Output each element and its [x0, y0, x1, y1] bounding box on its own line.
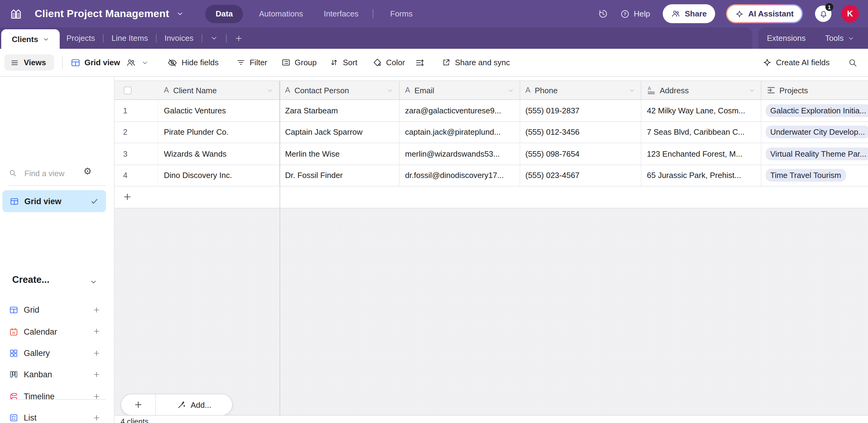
frozen-column-divider[interactable] — [279, 81, 280, 415]
chevron-down-icon[interactable] — [267, 87, 274, 94]
cell-projects[interactable]: Galactic Exploration Initia... — [761, 100, 868, 121]
cell-email[interactable]: zara@galacticventurese9... — [400, 100, 520, 121]
chevron-down-icon[interactable] — [748, 87, 755, 94]
gear-icon[interactable]: ⚙ — [84, 167, 92, 176]
find-a-view-input[interactable]: Find a view — [8, 166, 65, 180]
cell-address[interactable]: 7 Seas Blvd, Caribbean C... — [642, 122, 761, 143]
ai-assistant-button[interactable]: AI Assistant — [726, 4, 803, 23]
table-tab-clients[interactable]: Clients — [1, 29, 60, 49]
cell-projects[interactable]: Time Travel Tourism — [761, 165, 868, 186]
cell-client-name[interactable]: Dino Discovery Inc. — [158, 165, 280, 186]
column-header-contact-person[interactable]: A Contact Person — [280, 81, 400, 99]
cell-email[interactable]: dr.fossil@dinodiscovery17... — [400, 165, 520, 186]
sidebar-item-grid[interactable]: Grid — [0, 299, 114, 321]
table-tab-line-items[interactable]: Line Items — [112, 33, 148, 43]
avatar[interactable]: K — [841, 5, 859, 23]
notifications-button[interactable]: 1 — [815, 5, 832, 22]
cell-email[interactable]: merlin@wizardswands53... — [400, 143, 520, 164]
extensions-button[interactable]: Extensions — [767, 33, 806, 43]
row-height-button[interactable] — [415, 58, 425, 67]
plus-icon[interactable] — [93, 306, 100, 314]
linked-record-pill[interactable]: Underwater City Develop... — [765, 126, 868, 139]
sidebar-divider — [8, 185, 106, 186]
views-button[interactable]: Views — [4, 54, 54, 71]
base-title-chevron-down-icon[interactable] — [176, 10, 184, 18]
cell-contact-person[interactable]: Captain Jack Sparrow — [280, 122, 400, 143]
create-ai-fields-button[interactable]: Create AI fields — [763, 58, 830, 67]
sidebar-item-list[interactable]: List — [0, 407, 114, 423]
cell-projects[interactable]: Virtual Reality Theme Par... — [761, 143, 868, 164]
tools-button[interactable]: Tools — [825, 33, 855, 43]
cell-contact-person[interactable]: Dr. Fossil Finder — [280, 165, 400, 186]
sort-button[interactable]: Sort — [330, 58, 358, 67]
chevron-down-icon[interactable] — [90, 278, 97, 286]
sidebar-item-kanban[interactable]: Kanban — [0, 364, 114, 386]
cell-phone[interactable]: (555) 019-2837 — [520, 100, 642, 121]
column-header-projects[interactable]: Projects — [761, 81, 868, 99]
plus-icon[interactable] — [93, 370, 100, 379]
table-tab-projects[interactable]: Projects — [66, 33, 95, 43]
sidebar-item-calendar[interactable]: 31 Calendar — [0, 321, 114, 342]
select-all-checkbox[interactable] — [124, 86, 131, 94]
top-bar: Client Project Management Data Automatio… — [0, 0, 868, 27]
cell-client-name[interactable]: Pirate Plunder Co. — [158, 122, 280, 143]
plus-icon[interactable] — [93, 414, 100, 422]
row-number[interactable]: 2 — [115, 122, 158, 143]
cell-contact-person[interactable]: Merlin the Wise — [280, 143, 400, 164]
linked-record-pill[interactable]: Virtual Reality Theme Par... — [765, 148, 868, 160]
bell-icon — [818, 9, 828, 19]
cell-phone[interactable]: (555) 012-3456 — [520, 122, 642, 143]
sidebar-item-grid-view[interactable]: Grid view — [2, 190, 106, 212]
chevron-down-icon[interactable] — [629, 87, 635, 94]
share-and-sync-button[interactable]: Share and sync — [442, 58, 510, 67]
quick-add-record-button[interactable] — [121, 394, 155, 415]
linked-record-pill[interactable]: Time Travel Tourism — [765, 169, 846, 182]
share-button[interactable]: Share — [663, 4, 715, 23]
cell-client-name[interactable]: Galactic Ventures — [158, 100, 280, 121]
cell-address[interactable]: 123 Enchanted Forest, M... — [642, 143, 761, 164]
table-list-chevron-down-icon[interactable] — [210, 34, 218, 42]
chevron-down-icon[interactable] — [387, 87, 394, 94]
cell-contact-person[interactable]: Zara Starbeam — [280, 100, 400, 121]
chevron-down-icon[interactable] — [507, 87, 514, 94]
base-title[interactable]: Client Project Management — [35, 8, 169, 20]
sidebar-item-gallery[interactable]: Gallery — [0, 342, 114, 364]
tab-interfaces[interactable]: Interfaces — [324, 9, 359, 18]
tab-automations[interactable]: Automations — [259, 9, 303, 18]
row-number[interactable]: 1 — [115, 100, 158, 121]
hide-fields-button[interactable]: Hide fields — [167, 58, 218, 67]
plus-icon[interactable] — [93, 328, 100, 336]
column-header-address[interactable]: A Address — [642, 81, 761, 99]
cell-phone[interactable]: (555) 098-7654 — [520, 143, 642, 164]
cell-address[interactable]: 65 Jurassic Park, Prehist... — [642, 165, 761, 186]
history-icon[interactable] — [598, 8, 608, 19]
cell-phone[interactable]: (555) 023-4567 — [520, 165, 642, 186]
view-switcher[interactable]: Grid view — [70, 58, 149, 67]
column-header-client-name[interactable]: A Client Name — [158, 81, 280, 99]
search-icon[interactable] — [848, 58, 858, 67]
sidebar-item-timeline[interactable]: Timeline — [0, 386, 114, 407]
add-table-plus-icon[interactable] — [234, 34, 243, 42]
row-number[interactable]: 4 — [115, 165, 158, 186]
cell-address[interactable]: 42 Milky Way Lane, Cosm... — [642, 100, 761, 121]
cell-client-name[interactable]: Wizards & Wands — [158, 143, 280, 164]
add-row-button[interactable] — [115, 186, 868, 208]
linked-record-pill[interactable]: Galactic Exploration Initia... — [765, 104, 868, 117]
column-header-email[interactable]: A Email — [400, 81, 520, 99]
filter-button[interactable]: Filter — [236, 58, 268, 67]
cell-projects[interactable]: Underwater City Develop... — [761, 122, 868, 143]
select-all-cell[interactable] — [115, 81, 158, 99]
row-number[interactable]: 3 — [115, 143, 158, 164]
table-tab-invoices[interactable]: Invoices — [164, 33, 193, 43]
plus-icon[interactable] — [93, 349, 100, 357]
help-button[interactable]: ? Help — [620, 9, 650, 19]
tab-forms[interactable]: Forms — [390, 9, 413, 18]
color-button[interactable]: Color — [372, 58, 405, 67]
add-with-ai-button[interactable]: Add... — [156, 394, 232, 415]
airtable-base-logo-icon[interactable] — [9, 7, 23, 21]
cell-email[interactable]: captain.jack@pirateplund... — [400, 122, 520, 143]
tab-data[interactable]: Data — [205, 5, 243, 23]
create-section-header[interactable]: Create... — [12, 274, 49, 285]
group-button[interactable]: Group — [281, 58, 317, 67]
column-header-phone[interactable]: A Phone — [520, 81, 642, 99]
